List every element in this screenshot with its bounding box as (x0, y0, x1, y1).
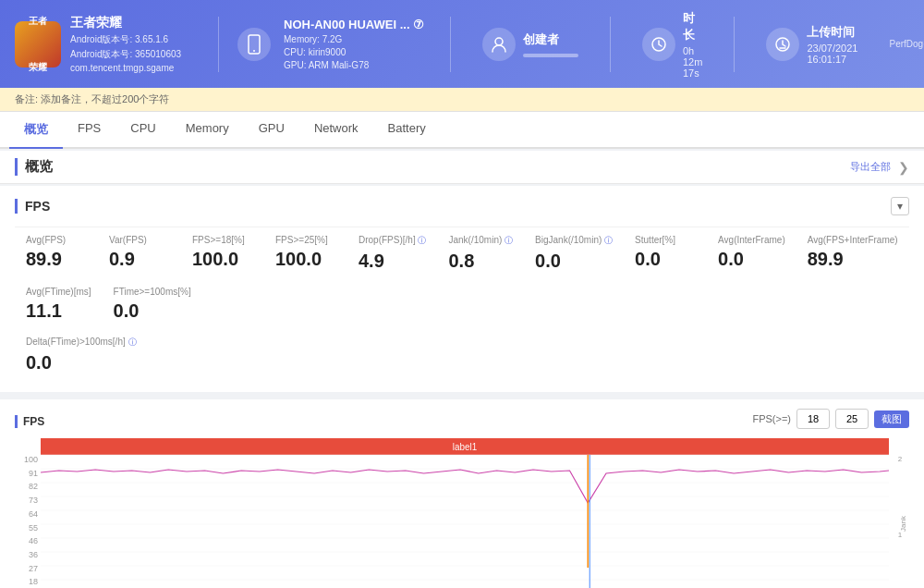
perfdog-note: ℹ 数据由PerfDog(5.1.210204)版本收集 (889, 26, 924, 62)
fps-stats-grid: Avg(FPS) 89.9 Var(FPS) 0.9 FPS>=18[%] 10… (15, 227, 909, 329)
stat-avg-ftime: Avg(FTime)[ms] 11.1 (15, 279, 103, 329)
android-build: Android版本号: 365010603 (70, 48, 181, 61)
y-label-91: 91 (15, 469, 41, 478)
chart-title: FPS (15, 415, 44, 428)
tab-overview[interactable]: 概览 (9, 112, 63, 149)
screenshot-button[interactable]: 截图 (874, 410, 909, 428)
stat-jank: Jank(/10min) ⓘ 0.8 (437, 227, 524, 279)
expand-icon[interactable]: ❯ (898, 160, 909, 175)
drop-fps-info-icon[interactable]: ⓘ (418, 236, 426, 245)
y-label-82: 82 (15, 482, 41, 491)
delta-label: Delta(FTime)>100ms[/h] ⓘ (26, 337, 898, 349)
stat-fps-ge-18: FPS>=18[%] 100.0 (181, 227, 264, 279)
stat-avg-interframe: Avg(InterFrame) 0.0 (707, 227, 796, 279)
upload-text: 上传时间 23/07/2021 16:01:17 (807, 24, 857, 65)
stat-label-jank: Jank(/10min) ⓘ (448, 235, 513, 247)
header: 王者荣耀 王者荣耀 Android版本号: 3.65.1.6 Android版本… (0, 0, 924, 88)
app-info: 王者荣耀 王者荣耀 Android版本号: 3.65.1.6 Android版本… (15, 15, 200, 73)
tab-fps[interactable]: FPS (63, 112, 116, 149)
fps-18-input[interactable] (796, 409, 830, 429)
gpu-info: GPU: ARM Mali-G78 (284, 60, 432, 70)
tab-memory[interactable]: Memory (171, 112, 244, 149)
chart-controls: FPS(>=) 截图 (752, 409, 909, 429)
fps-25-input[interactable] (835, 409, 869, 429)
y-label-73: 73 (15, 496, 41, 505)
delta-section: Delta(FTime)>100ms[/h] ⓘ 0.0 (15, 329, 909, 381)
creator-label: 创建者 (523, 31, 578, 48)
chart-container: 100 91 82 73 64 55 46 36 27 18 9 0 label… (15, 438, 909, 588)
stat-label-avg-interframe: Avg(InterFrame) (718, 235, 785, 245)
stat-stutter: Stutter[%] 0.0 (624, 227, 707, 279)
divider-1 (218, 17, 219, 72)
y-axis-fps: 100 91 82 73 64 55 46 36 27 18 9 0 (15, 455, 41, 588)
device-block: NOH-AN00 HUAWEI ... ⑦ Memory: 7.2G CPU: … (237, 18, 432, 70)
svg-point-2 (495, 38, 503, 45)
tab-network[interactable]: Network (299, 112, 373, 149)
tab-battery[interactable]: Battery (373, 112, 441, 149)
stat-value-big-jank: 0.0 (535, 251, 613, 272)
fps-ge-label: FPS(>=) (752, 413, 791, 424)
fps-collapse-button[interactable]: ▾ (891, 197, 909, 215)
stat-label-avg-fps: Avg(FPS) (26, 235, 87, 245)
app-details: 王者荣耀 Android版本号: 3.65.1.6 Android版本号: 36… (70, 15, 181, 73)
stat-value-jank: 0.8 (448, 251, 513, 272)
stat-label-ftime-ge-100: FTime>=100ms[%] (114, 287, 191, 297)
stat-big-jank: BigJank(/10min) ⓘ 0.0 (524, 227, 624, 279)
stat-value-stutter: 0.0 (635, 249, 696, 270)
duration-icon (642, 28, 675, 61)
big-jank-info-icon[interactable]: ⓘ (604, 236, 613, 245)
memory-info: Memory: 7.2G (284, 34, 432, 44)
stat-ftime-ge-100: FTime>=100ms[%] 0.0 (103, 279, 202, 329)
stat-value-avg-ftime: 11.1 (26, 300, 91, 322)
duration-label: 时长 (683, 10, 702, 43)
stat-value-fps-ge-25: 100.0 (275, 249, 336, 270)
package-name: com.tencent.tmgp.sgame (70, 63, 181, 73)
device-icon (237, 28, 271, 61)
delta-info-icon[interactable]: ⓘ (128, 337, 137, 347)
nav-tabs: 概览 FPS CPU Memory GPU Network Battery (0, 112, 924, 149)
divider-4 (734, 17, 735, 72)
creator-block: 创建者 (469, 28, 591, 61)
stat-label-stutter: Stutter[%] (635, 235, 696, 245)
stat-label-drop-fps: Drop(FPS)[/h] ⓘ (359, 235, 426, 247)
y-label-36: 36 (15, 550, 41, 559)
tab-gpu[interactable]: GPU (244, 112, 299, 149)
fps-section-header: FPS ▾ (15, 197, 909, 215)
creator-text: 创建者 (523, 31, 578, 57)
svg-text:label1: label1 (453, 442, 478, 452)
duration-text: 时长 0h 12m 17s (683, 10, 702, 79)
stat-value-drop-fps: 4.9 (359, 251, 426, 272)
jank-info-icon[interactable]: ⓘ (505, 236, 513, 245)
fps-title: FPS (15, 199, 50, 214)
upload-label: 上传时间 (807, 24, 857, 41)
stat-value-fps-ge-18: 100.0 (192, 249, 253, 270)
stat-drop-fps: Drop(FPS)[/h] ⓘ 4.9 (347, 227, 437, 279)
stat-value-ftime-ge-100: 0.0 (114, 300, 191, 322)
stat-avg-fps: Avg(FPS) 89.9 (15, 227, 98, 279)
tab-cpu[interactable]: CPU (116, 112, 170, 149)
creator-placeholder (523, 54, 578, 57)
y-label-27: 27 (15, 564, 41, 573)
stat-value-var-fps: 0.9 (109, 249, 170, 270)
fps-section: FPS ▾ Avg(FPS) 89.9 Var(FPS) 0.9 FPS>=18… (0, 186, 924, 392)
duration-block: 时长 0h 12m 17s (629, 10, 715, 79)
stat-label-var-fps: Var(FPS) (109, 235, 170, 245)
stat-var-fps: Var(FPS) 0.9 (98, 227, 181, 279)
divider-2 (450, 17, 451, 72)
stat-avg-fps-interframe: Avg(FPS+InterFrame) 89.9 (796, 227, 909, 279)
y-label-18: 18 (15, 577, 41, 586)
app-icon: 王者荣耀 (15, 21, 61, 67)
fps-chart-svg: label1 (41, 438, 889, 588)
divider-3 (610, 17, 611, 72)
stat-label-big-jank: BigJank(/10min) ⓘ (535, 235, 613, 247)
jank-y-2: 2 (891, 455, 909, 463)
upload-block: 上传时间 23/07/2021 16:01:17 (753, 24, 870, 65)
y-label-100: 100 (15, 455, 41, 464)
upload-icon (766, 28, 799, 61)
jank-axis-label: Jank (899, 516, 907, 532)
stat-value-avg-fps: 89.9 (26, 249, 87, 270)
y-label-64: 64 (15, 509, 41, 519)
export-button[interactable]: 导出全部 (850, 160, 891, 174)
stat-label-fps-ge-25: FPS>=25[%] (275, 235, 336, 245)
stat-label-avg-fps-interframe: Avg(FPS+InterFrame) (808, 235, 898, 245)
